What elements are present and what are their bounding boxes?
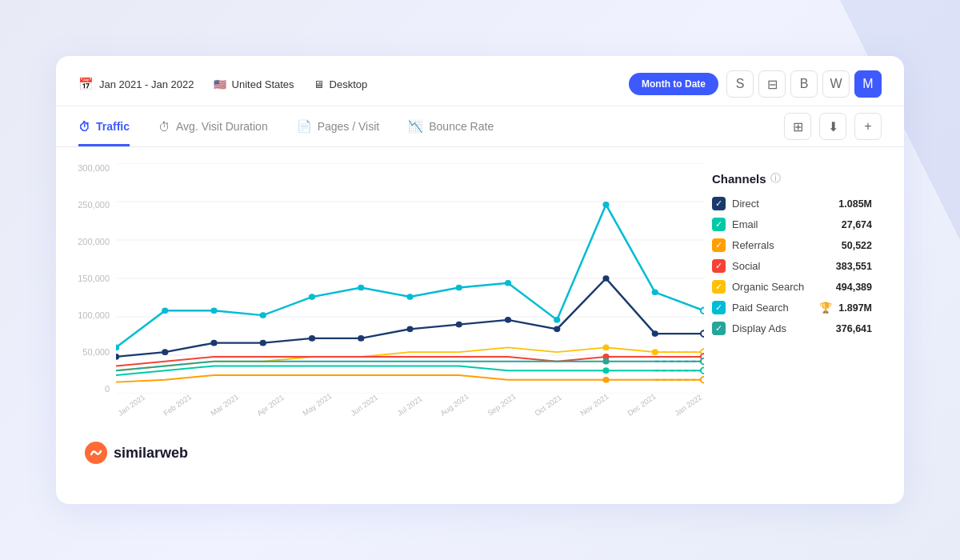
add-button[interactable]: + [854, 113, 882, 140]
svg-point-42 [602, 358, 609, 365]
svg-point-28 [456, 322, 462, 328]
toolbar-btn-filter[interactable]: ⊟ [758, 70, 786, 98]
channel-display-value: 376,641 [836, 323, 872, 334]
channel-display[interactable]: ✓ Display Ads 376,641 [712, 322, 872, 335]
svg-point-23 [210, 340, 217, 346]
y-label-200k: 200,000 [72, 237, 110, 246]
svg-point-8 [162, 307, 168, 314]
channels-panel: Channels ⓘ ✓ Direct 1.085M ✓ Email 27,67… [704, 163, 888, 419]
excel-export-button[interactable]: ⊞ [784, 113, 811, 140]
y-label-0: 0 [72, 384, 110, 394]
toolbar-btn-s[interactable]: S [726, 70, 754, 98]
channel-email-check: ✓ [712, 218, 726, 231]
svg-point-26 [358, 335, 364, 342]
tab-bounce-rate-label: Bounce Rate [429, 120, 494, 133]
svg-point-13 [406, 294, 413, 300]
svg-point-45 [602, 367, 609, 374]
tab-traffic[interactable]: ⏱ Traffic [78, 107, 130, 146]
svg-point-31 [602, 275, 609, 282]
channel-direct-name: Direct [732, 198, 832, 210]
tab-avg-visit[interactable]: ⏱ Avg. Visit Duration [158, 107, 268, 146]
y-label-300k: 300,000 [72, 163, 110, 173]
x-label-oct21: Oct 2021 [533, 393, 563, 418]
x-axis: Jan 2021 Feb 2021 Mar 2021 Apr 2021 May … [116, 407, 704, 419]
similarweb-logo-icon [85, 442, 107, 464]
calendar-icon: 📅 [78, 77, 94, 91]
channel-social-name: Social [732, 260, 830, 272]
channel-paid-check: ✓ [712, 301, 726, 314]
desktop-icon: 🖥 [314, 78, 324, 90]
svg-point-35 [602, 345, 609, 351]
y-label-150k: 150,000 [72, 274, 110, 283]
x-label-jul21: Jul 2021 [395, 394, 424, 418]
line-chart-svg [116, 163, 704, 394]
country-filter[interactable]: 🇺🇸 United States [214, 78, 294, 90]
tab-avg-visit-label: Avg. Visit Duration [176, 120, 268, 133]
channel-display-name: Display Ads [732, 322, 830, 334]
channel-direct[interactable]: ✓ Direct 1.085M [712, 197, 872, 210]
svg-point-34 [701, 330, 704, 337]
toolbar-btn-b[interactable]: B [790, 70, 818, 98]
x-label-feb21: Feb 2021 [162, 392, 193, 418]
channels-info-icon: ⓘ [770, 171, 781, 186]
svg-point-47 [701, 367, 704, 374]
bounce-icon: 📉 [408, 119, 423, 134]
channel-organic-name: Organic Search [732, 281, 830, 293]
y-label-250k: 250,000 [72, 200, 110, 210]
svg-point-29 [505, 317, 511, 323]
flag-icon: 🇺🇸 [214, 78, 226, 90]
channel-social-check: ✓ [712, 259, 726, 273]
channel-referrals-value: 50,522 [842, 240, 872, 251]
tab-traffic-label: Traffic [96, 120, 130, 133]
pages-icon: 📄 [297, 119, 312, 134]
traffic-icon: ⏱ [78, 120, 90, 134]
svg-point-17 [602, 202, 609, 208]
x-label-aug21: Aug 2021 [438, 392, 470, 418]
channel-social[interactable]: ✓ Social 383,551 [712, 259, 872, 273]
svg-point-48 [602, 377, 609, 383]
channel-display-check: ✓ [712, 322, 726, 335]
channel-paid[interactable]: ✓ Paid Search 🏆 1.897M [712, 301, 872, 314]
x-label-may21: May 2021 [301, 391, 333, 418]
svg-point-21 [116, 354, 119, 360]
channel-organic-check: ✓ [712, 280, 726, 294]
tabs-bar: ⏱ Traffic ⏱ Avg. Visit Duration 📄 Pages … [56, 106, 904, 147]
x-label-nov21: Nov 2021 [578, 392, 610, 418]
x-label-mar21: Mar 2021 [209, 392, 240, 418]
svg-point-11 [309, 294, 315, 300]
y-axis: 300,000 250,000 200,000 150,000 100,000 … [72, 163, 116, 394]
x-label-jun21: Jun 2021 [349, 393, 379, 418]
channel-organic[interactable]: ✓ Organic Search 494,389 [712, 280, 872, 294]
channel-social-value: 383,551 [836, 261, 872, 272]
date-filter[interactable]: 📅 Jan 2021 - Jan 2022 [78, 77, 194, 91]
channel-direct-check: ✓ [712, 197, 726, 210]
top-bar: 📅 Jan 2021 - Jan 2022 🇺🇸 United States 🖥… [56, 56, 904, 106]
svg-point-24 [260, 340, 266, 346]
svg-point-27 [406, 326, 413, 333]
period-button[interactable]: Month to Date [629, 73, 718, 95]
device-filter[interactable]: 🖥 Desktop [314, 78, 368, 90]
svg-point-16 [554, 317, 560, 323]
x-label-dec21: Dec 2021 [626, 392, 658, 418]
tab-pages-visit[interactable]: 📄 Pages / Visit [297, 106, 380, 146]
channel-organic-value: 494,389 [836, 282, 872, 293]
y-label-100k: 100,000 [72, 310, 110, 320]
svg-point-15 [505, 280, 511, 286]
x-label-jan22: Jan 2022 [673, 393, 703, 418]
svg-point-30 [554, 326, 560, 333]
device-label: Desktop [330, 78, 368, 90]
channel-direct-value: 1.085M [838, 198, 872, 210]
toolbar-btn-w[interactable]: W [822, 70, 850, 98]
channel-email-name: Email [732, 218, 835, 230]
download-button[interactable]: ⬇ [819, 113, 846, 140]
channel-paid-value: 1.897M [838, 302, 872, 314]
svg-point-10 [260, 312, 266, 318]
x-label-jan21: Jan 2021 [116, 393, 146, 418]
channel-referrals[interactable]: ✓ Referrals 50,522 [712, 238, 872, 252]
main-card: 📅 Jan 2021 - Jan 2022 🇺🇸 United States 🖥… [56, 56, 904, 504]
tab-bounce-rate[interactable]: 📉 Bounce Rate [408, 106, 494, 146]
svg-point-9 [210, 307, 217, 314]
trophy-icon: 🏆 [819, 302, 832, 314]
toolbar-btn-m[interactable]: M [854, 70, 882, 98]
channel-email[interactable]: ✓ Email 27,674 [712, 218, 872, 231]
